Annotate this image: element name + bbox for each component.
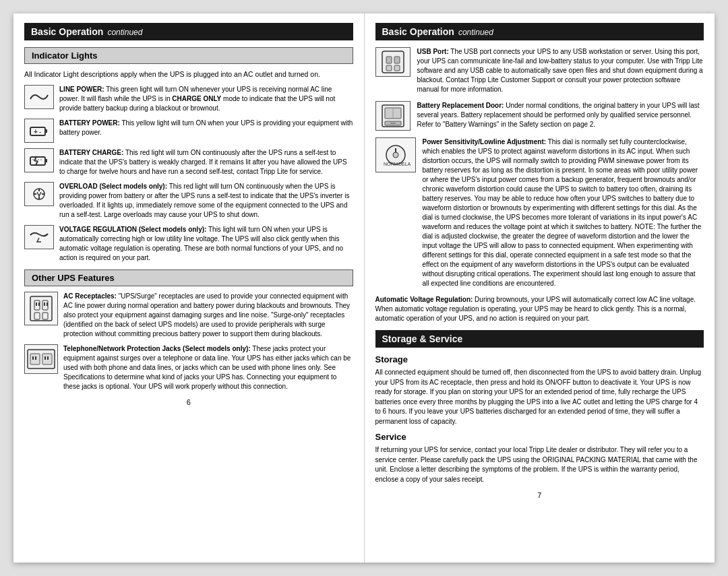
line-power-icon xyxy=(24,85,54,109)
storage-service-header: Storage & Service xyxy=(375,330,704,348)
ac-receptacles-text: AC Receptacles: "UPS/Surge" receptacles … xyxy=(63,292,353,339)
svg-text:+: + xyxy=(34,128,38,135)
svg-rect-31 xyxy=(382,51,404,73)
right-page-number: 7 xyxy=(375,491,704,499)
svg-rect-40 xyxy=(390,123,396,124)
left-page-number: 6 xyxy=(24,398,353,406)
svg-point-42 xyxy=(393,152,398,158)
svg-text:DELAY: DELAY xyxy=(398,162,411,166)
indicator-battery-power: + - BATTERY POWER: This yellow light wil… xyxy=(24,119,353,143)
feature-usb-port: USB Port: The USB port connects your UPS… xyxy=(375,47,704,94)
avr-text: Automatic Voltage Regulation: During bro… xyxy=(375,295,704,323)
indicator-lights-intro: All Indicator Light descriptions apply w… xyxy=(24,69,353,79)
feature-dial: NORM DELAY Power Sensitivity/Lowline Adj… xyxy=(375,137,704,288)
right-column: Basic Operation continued USB Port: The … xyxy=(365,13,715,563)
feature-avr: Automatic Voltage Regulation: During bro… xyxy=(375,295,704,323)
right-header: Basic Operation continued xyxy=(375,23,704,40)
storage-service-title: Storage & Service xyxy=(382,333,463,344)
indicator-voltage-reg: VOLTAGE REGULATION (Select models only):… xyxy=(24,225,353,263)
indicator-lights-header: Indicator Lights xyxy=(24,47,353,64)
usb-port-icon xyxy=(375,47,411,77)
battery-charge-text: BATTERY CHARGE: This red light will turn… xyxy=(59,148,353,177)
svg-rect-22 xyxy=(44,302,45,306)
service-text: If returning your UPS for service, conta… xyxy=(375,445,704,484)
right-header-title-italic: continued xyxy=(458,28,493,37)
battery-power-icon: + - xyxy=(24,119,54,143)
svg-rect-20 xyxy=(36,302,37,306)
svg-rect-23 xyxy=(47,302,48,306)
svg-rect-1 xyxy=(45,129,47,133)
svg-rect-15 xyxy=(30,296,52,321)
phone-jacks-text: Telephone/Network Protection Jacks (Sele… xyxy=(63,344,353,391)
svg-rect-34 xyxy=(386,65,392,71)
voltage-reg-text: VOLTAGE REGULATION (Select models only):… xyxy=(59,225,353,263)
power-sensitivity-icon: NORM DELAY xyxy=(375,137,416,172)
left-header-title-italic: continued xyxy=(107,28,142,37)
svg-rect-33 xyxy=(394,57,400,63)
feature-phone-jacks: Telephone/Network Protection Jacks (Sele… xyxy=(24,344,353,391)
line-power-text: LINE POWER: This green light will turn O… xyxy=(59,85,353,113)
left-header-title-bold: Basic Operation xyxy=(31,26,103,37)
storage-text: All connected equipment should be turned… xyxy=(375,368,704,426)
svg-rect-35 xyxy=(394,65,400,71)
usb-port-text: USB Port: The USB port connects your UPS… xyxy=(417,47,704,94)
battery-door-icon xyxy=(375,101,411,131)
svg-rect-5 xyxy=(45,159,47,162)
line-power-label: LINE POWER: xyxy=(59,86,104,93)
ac-receptacle-icon xyxy=(24,292,58,325)
other-ups-features-header: Other UPS Features xyxy=(24,269,353,286)
svg-rect-0 xyxy=(30,127,45,135)
power-sensitivity-text: Power Sensitivity/Lowline Adjustment: Th… xyxy=(423,137,704,288)
storage-heading: Storage xyxy=(375,354,704,364)
battery-power-text: BATTERY POWER: This yellow light will tu… xyxy=(59,119,353,137)
battery-charge-icon xyxy=(24,148,54,172)
overload-text: OVERLOAD (Select models only): This red … xyxy=(59,182,353,220)
overload-icon xyxy=(24,182,54,206)
voltage-reg-icon xyxy=(24,225,54,249)
phone-jack-icon xyxy=(24,344,58,374)
indicator-overload: OVERLOAD (Select models only): This red … xyxy=(24,182,353,220)
indicator-line-power: LINE POWER: This green light will turn O… xyxy=(24,85,353,113)
feature-ac-receptacles: AC Receptacles: "UPS/Surge" receptacles … xyxy=(24,292,353,339)
svg-rect-30 xyxy=(47,356,49,360)
feature-battery-door: Battery Replacement Door: Under normal c… xyxy=(375,101,704,131)
right-header-title-bold: Basic Operation xyxy=(382,26,454,37)
svg-text:NORM: NORM xyxy=(384,162,398,166)
left-header: Basic Operation continued xyxy=(24,23,353,40)
left-column: Basic Operation continued Indicator Ligh… xyxy=(13,13,365,563)
svg-rect-27 xyxy=(32,356,34,360)
svg-rect-29 xyxy=(44,356,46,360)
indicator-battery-charge: BATTERY CHARGE: This red light will turn… xyxy=(24,148,353,177)
battery-door-text: Battery Replacement Door: Under normal c… xyxy=(417,101,704,129)
svg-text:-: - xyxy=(39,128,41,135)
svg-rect-32 xyxy=(386,57,392,63)
svg-rect-28 xyxy=(35,356,36,360)
service-heading: Service xyxy=(375,432,704,442)
svg-rect-21 xyxy=(38,302,40,306)
